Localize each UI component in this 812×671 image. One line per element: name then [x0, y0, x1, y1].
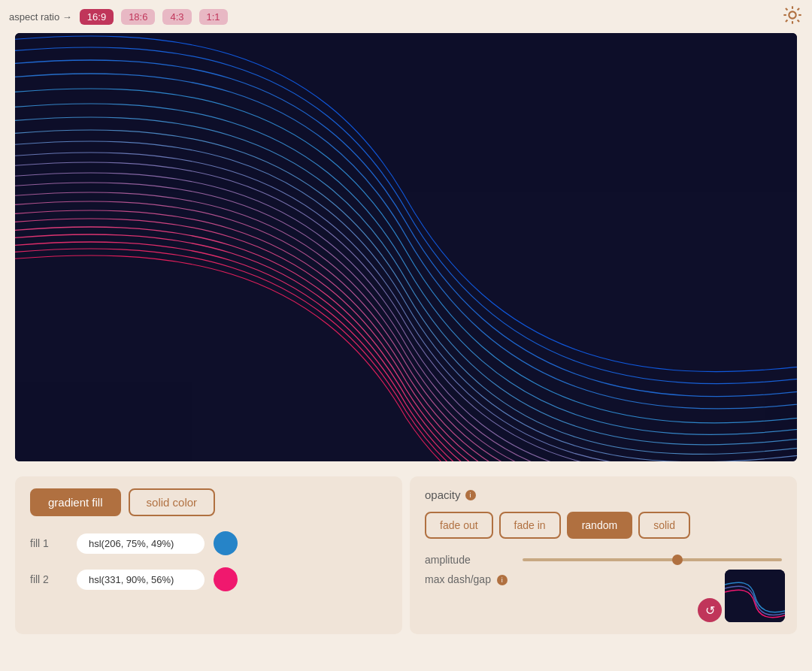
- right-panel: opacity i fade out fade in random solid …: [410, 476, 797, 634]
- opacity-btn-row: fade out fade in random solid: [425, 512, 782, 539]
- fill-2-label: fill 2: [30, 573, 68, 585]
- dash-gap-info-icon: i: [497, 575, 508, 585]
- svg-line-7: [798, 8, 799, 10]
- thumbnail: [725, 570, 785, 622]
- amplitude-row: amplitude: [425, 554, 782, 566]
- fill-1-row: fill 1 hsl(206, 75%, 49%): [30, 531, 387, 555]
- canvas-area: [15, 33, 797, 461]
- fill-1-color-picker[interactable]: [214, 531, 238, 555]
- opacity-info-icon: i: [465, 490, 476, 500]
- aspect-ratio-label: aspect ratio →: [9, 11, 72, 23]
- solid-button[interactable]: solid: [638, 512, 690, 539]
- fill-1-label: fill 1: [30, 537, 68, 549]
- fill-2-value[interactable]: hsl(331, 90%, 56%): [77, 570, 205, 590]
- ratio-btn-1-1[interactable]: 1:1: [199, 9, 228, 25]
- ratio-btn-4-3[interactable]: 4:3: [162, 9, 191, 25]
- refresh-button[interactable]: ↺: [698, 598, 722, 622]
- svg-point-0: [789, 11, 795, 18]
- controls-area: gradient fill solid color fill 1 hsl(206…: [0, 461, 812, 649]
- svg-line-5: [786, 8, 787, 10]
- top-bar: aspect ratio → 16:9 18:6 4:3 1:1: [0, 0, 812, 33]
- sun-icon: [782, 15, 803, 28]
- ratio-btn-16-9[interactable]: 16:9: [80, 9, 114, 25]
- svg-line-6: [798, 20, 799, 22]
- solid-color-button[interactable]: solid color: [129, 488, 216, 516]
- fill-2-row: fill 2 hsl(331, 90%, 56%): [30, 567, 387, 591]
- ratio-btn-18-6[interactable]: 18:6: [121, 9, 155, 25]
- fade-out-button[interactable]: fade out: [425, 512, 493, 539]
- opacity-label: opacity: [425, 488, 461, 501]
- amplitude-slider[interactable]: [523, 558, 782, 561]
- fill-2-color-picker[interactable]: [214, 567, 238, 591]
- fill-1-value[interactable]: hsl(206, 75%, 49%): [77, 533, 205, 554]
- svg-line-8: [786, 20, 787, 22]
- fill-type-row: gradient fill solid color: [30, 488, 387, 516]
- opacity-header: opacity i: [425, 488, 782, 501]
- theme-toggle-button[interactable]: [782, 5, 803, 29]
- left-panel: gradient fill solid color fill 1 hsl(206…: [15, 476, 402, 634]
- amplitude-label: amplitude: [425, 554, 515, 566]
- random-button[interactable]: random: [567, 512, 632, 539]
- fade-in-button[interactable]: fade in: [499, 512, 561, 539]
- max-dash-gap-label: max dash/gap i: [425, 573, 515, 585]
- gradient-fill-button[interactable]: gradient fill: [30, 488, 121, 516]
